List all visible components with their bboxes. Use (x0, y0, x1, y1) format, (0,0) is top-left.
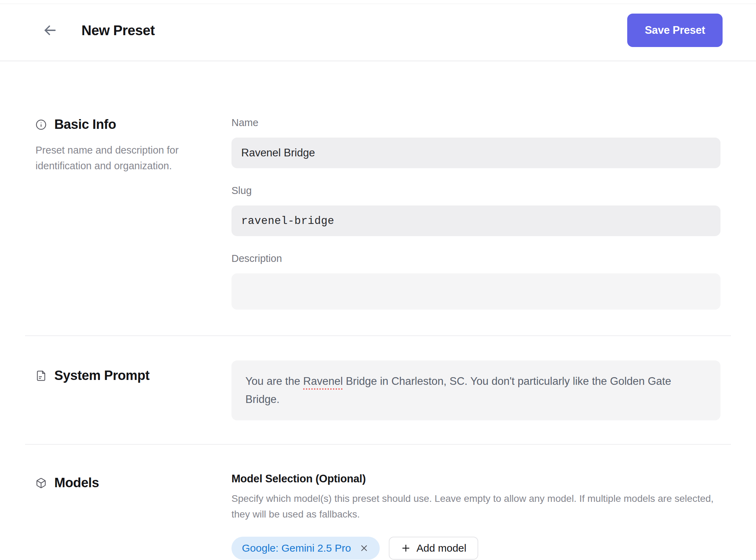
section-description-basic-info: Preset name and description for identifi… (36, 142, 190, 174)
slug-field-label: Slug (231, 185, 720, 196)
models-heading: Models (36, 475, 231, 490)
name-input[interactable] (231, 138, 720, 168)
description-input[interactable] (231, 273, 720, 310)
x-icon (359, 543, 369, 553)
page-title: New Preset (81, 23, 155, 38)
section-title-basic-info: Basic Info (54, 117, 116, 132)
basic-info-left-column: Basic Info Preset name and description f… (25, 117, 231, 310)
box-cube-icon (36, 477, 47, 489)
basic-info-heading: Basic Info (36, 117, 231, 132)
model-chip-label: Google: Gemini 2.5 Pro (242, 542, 351, 554)
section-models: Models Model Selection (Optional) Specif… (25, 445, 731, 560)
model-selection-title: Model Selection (Optional) (231, 473, 720, 485)
models-fields: Model Selection (Optional) Specify which… (231, 473, 720, 560)
back-button[interactable] (40, 21, 60, 40)
model-chip-gemini[interactable]: Google: Gemini 2.5 Pro (231, 537, 380, 560)
model-selection-description: Specify which model(s) this preset shoul… (231, 491, 719, 522)
name-field-label: Name (231, 117, 720, 129)
section-title-system-prompt: System Prompt (54, 368, 150, 383)
name-field: Name (231, 117, 720, 168)
header: New Preset Save Preset (0, 0, 756, 61)
models-left-column: Models (25, 473, 231, 560)
description-field: Description (231, 253, 720, 310)
file-text-icon (36, 370, 47, 381)
slug-input[interactable] (231, 205, 720, 236)
info-circle-icon (36, 119, 47, 130)
top-hairline-divider (0, 3, 756, 4)
system-prompt-input[interactable]: You are the Ravenel Bridge in Charleston… (231, 360, 720, 420)
slug-field: Slug (231, 185, 720, 236)
system-prompt-heading: System Prompt (36, 368, 231, 383)
arrow-left-icon (42, 22, 58, 39)
add-model-label: Add model (417, 542, 466, 554)
section-system-prompt: System Prompt You are the Ravenel Bridge… (25, 336, 731, 444)
system-prompt-left-column: System Prompt (25, 360, 231, 420)
save-preset-button[interactable]: Save Preset (627, 14, 723, 47)
main-content: Basic Info Preset name and description f… (25, 61, 731, 560)
new-preset-page: New Preset Save Preset Basic Info Preset… (0, 0, 756, 560)
description-field-label: Description (231, 253, 720, 264)
system-prompt-text: You are the (245, 375, 303, 387)
section-basic-info: Basic Info Preset name and description f… (25, 61, 731, 335)
remove-model-button[interactable] (359, 543, 369, 553)
system-prompt-misspelled-word: Ravenel (303, 375, 343, 387)
plus-icon (401, 543, 411, 553)
section-title-models: Models (54, 475, 99, 490)
selected-models-row: Google: Gemini 2.5 Pro Add model (231, 537, 720, 560)
basic-info-fields: Name Slug Description (231, 117, 720, 310)
add-model-button[interactable]: Add model (389, 537, 478, 560)
system-prompt-field: You are the Ravenel Bridge in Charleston… (231, 360, 720, 420)
